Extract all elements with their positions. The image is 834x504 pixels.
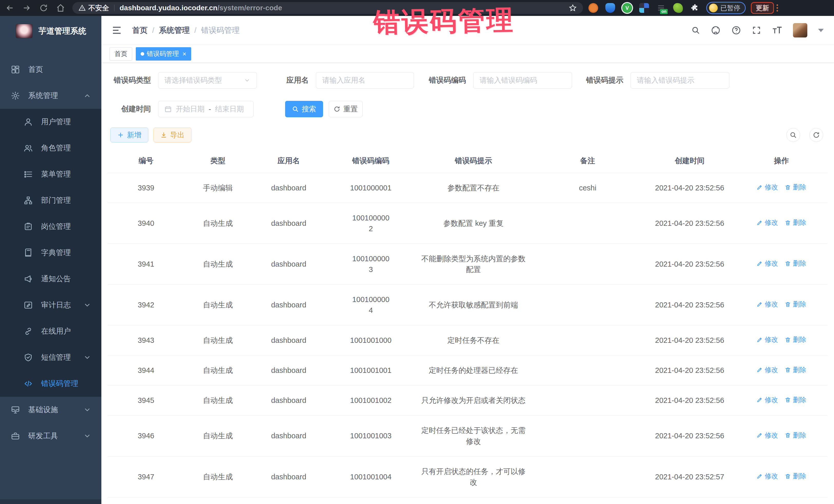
sidebar-item-gear[interactable]: 系统管理 <box>0 83 101 109</box>
url-separator <box>114 5 114 11</box>
tag-error-code[interactable]: 错误码管理 × <box>136 47 191 61</box>
edit-button[interactable]: 修改 <box>756 300 778 309</box>
edit-button[interactable]: 修改 <box>756 335 778 345</box>
column-header: 操作 <box>735 150 828 173</box>
edit-button[interactable]: 修改 <box>756 259 778 268</box>
table-row: 3944自动生成dashboard1001001001定时任务的处理器已经存在2… <box>108 355 828 386</box>
sidebar-item-audit-log[interactable]: 审计日志 <box>0 292 101 318</box>
sidebar-item-sms[interactable]: 短信管理 <box>0 344 101 371</box>
user-avatar[interactable] <box>793 23 807 38</box>
edit-button[interactable]: 修改 <box>756 365 778 375</box>
table-tools <box>786 128 823 142</box>
table-toolbar: 新增 导出 <box>110 128 829 143</box>
add-button[interactable]: 新增 <box>110 128 148 143</box>
sidebar-item-user[interactable]: 用户管理 <box>0 109 101 135</box>
breadcrumb-system[interactable]: 系统管理 <box>159 25 190 36</box>
tag-home[interactable]: 首页 <box>110 47 132 61</box>
delete-button[interactable]: 删除 <box>785 431 806 440</box>
edit-button[interactable]: 修改 <box>756 218 778 227</box>
edit-button[interactable]: 修改 <box>756 431 778 440</box>
browser-menu-kebab-icon[interactable] <box>776 4 778 12</box>
extension-list-on-icon[interactable]: on <box>654 1 668 15</box>
cell-app-name: dashboard <box>251 456 326 497</box>
edit-pen-icon <box>756 184 763 191</box>
extensions-puzzle-icon[interactable] <box>688 1 702 15</box>
app-name-input[interactable] <box>322 76 408 84</box>
cell-message: 不允许获取敏感配置到前端 <box>416 285 531 325</box>
delete-button[interactable]: 删除 <box>785 182 806 192</box>
range-separator: - <box>208 105 211 113</box>
cell-app-name: dashboard <box>251 497 326 504</box>
sidebar-item-announcement[interactable]: 通知公告 <box>0 266 101 292</box>
browser-update-button[interactable]: 更新 <box>751 2 774 14</box>
github-icon[interactable] <box>711 25 721 35</box>
app-logo-row[interactable]: 芋道管理系统 <box>0 16 101 46</box>
sidebar-item-menu-list[interactable]: 菜单管理 <box>0 161 101 187</box>
table-refresh-icon[interactable] <box>809 128 823 142</box>
table-row: 3939手动编辑dashboard1001000001参数配置不存在ceshi2… <box>108 173 828 203</box>
extension-orange-icon[interactable] <box>587 1 600 15</box>
sidebar-item-code[interactable]: 错误码管理 <box>0 371 101 397</box>
extension-green-check-icon[interactable]: V <box>620 1 634 15</box>
sidebar-item-dashboard[interactable]: 首页 <box>0 57 101 83</box>
profile-paused-label: 已暂停 <box>720 4 740 13</box>
delete-button[interactable]: 删除 <box>785 259 806 268</box>
delete-button[interactable]: 删除 <box>785 300 806 309</box>
cell-message: 参数配置 key 重复 <box>416 203 531 244</box>
cell-remark <box>531 325 644 355</box>
sidebar-item-online-user[interactable]: 在线用户 <box>0 318 101 344</box>
table-search-toggle-icon[interactable] <box>786 128 800 142</box>
font-size-icon[interactable] <box>772 26 782 35</box>
error-type-select[interactable]: 请选择错误码类型 <box>158 72 257 89</box>
extension-green-figure-icon[interactable] <box>671 1 685 15</box>
sidebar-item-dev-tools[interactable]: 研发工具 <box>0 423 101 449</box>
help-icon[interactable] <box>731 25 741 35</box>
avatar-caret-icon[interactable] <box>818 29 824 32</box>
delete-button[interactable]: 删除 <box>785 365 806 375</box>
cell-message: 定时任务的处理器已经存在 <box>416 355 531 386</box>
sidebar-item-post-badge[interactable]: 岗位管理 <box>0 214 101 240</box>
error-code-input[interactable] <box>480 76 566 84</box>
cell-remark <box>531 415 644 456</box>
handwritten-annotation: 错误码管理 <box>373 2 515 41</box>
sidebar-item-org-tree[interactable]: 部门管理 <box>0 187 101 214</box>
tag-close-icon[interactable]: × <box>182 50 186 57</box>
browser-forward-icon[interactable] <box>20 2 34 14</box>
export-button[interactable]: 导出 <box>153 128 192 143</box>
cell-id: 3944 <box>108 355 184 386</box>
fullscreen-icon[interactable] <box>752 26 761 35</box>
sidebar-item-users[interactable]: 角色管理 <box>0 135 101 161</box>
cell-id: 3939 <box>108 173 184 203</box>
delete-button[interactable]: 删除 <box>785 395 806 405</box>
extension-grid-icon[interactable] <box>637 1 651 15</box>
browser-back-icon[interactable] <box>3 2 17 14</box>
date-range-picker[interactable]: 开始日期 - 结束日期 <box>158 101 254 117</box>
delete-button[interactable]: 删除 <box>785 218 806 227</box>
delete-button[interactable]: 删除 <box>785 335 806 345</box>
browser-home-icon[interactable] <box>53 2 68 14</box>
search-button[interactable]: 搜索 <box>285 101 323 117</box>
extension-blue-gem-icon[interactable] <box>603 1 617 15</box>
edit-button[interactable]: 修改 <box>756 472 778 481</box>
edit-button[interactable]: 修改 <box>756 182 778 192</box>
edit-button[interactable]: 修改 <box>756 395 778 405</box>
browser-reload-icon[interactable] <box>37 2 51 14</box>
delete-button[interactable]: 删除 <box>785 472 806 481</box>
column-header: 错误码提示 <box>416 150 531 173</box>
sidebar-item-dictionary[interactable]: 字典管理 <box>0 240 101 266</box>
error-msg-label: 错误码提示 <box>586 75 623 85</box>
cell-app-name: dashboard <box>251 386 326 415</box>
security-warning[interactable]: 不安全 <box>79 3 109 13</box>
breadcrumb-home[interactable]: 首页 <box>132 25 148 36</box>
hamburger-icon[interactable] <box>112 25 122 36</box>
header-search-icon[interactable] <box>691 26 700 35</box>
post-badge-icon <box>24 222 33 231</box>
browser-profile-chip[interactable]: 已暂停 <box>706 2 746 14</box>
create-time-label: 创建时间 <box>108 104 151 114</box>
bookmark-star-icon[interactable] <box>569 4 577 12</box>
announcement-icon <box>24 274 33 284</box>
error-msg-input[interactable] <box>637 76 723 84</box>
profile-emoji-icon <box>709 4 718 12</box>
reset-button[interactable]: 重置 <box>329 101 363 117</box>
sidebar-item-infrastructure[interactable]: 基础设施 <box>0 397 101 423</box>
